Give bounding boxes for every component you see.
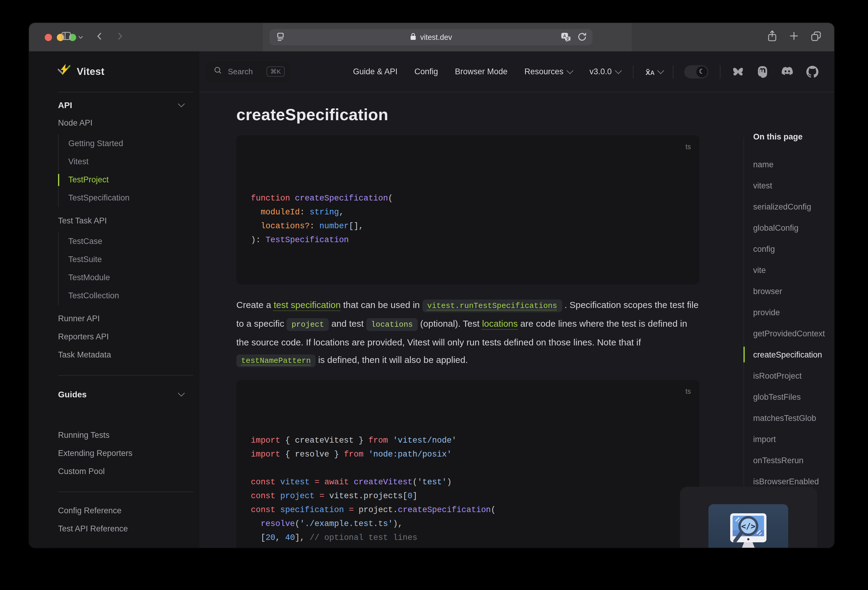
sidebar-item-testsuite[interactable]: TestSuite [68,251,184,269]
nav-link-v3-0-0[interactable]: v3.0.0 [589,67,621,76]
sidebar-item-vitest[interactable]: Vitest [68,153,184,171]
toc-item-name[interactable]: name [753,154,825,175]
nav-link-label: Browser Mode [455,67,508,76]
sidebar-item-task-metadata[interactable]: Task Metadata [58,346,184,364]
toc-item-matchestestglob[interactable]: matchesTestGlob [753,408,825,429]
reload-icon[interactable] [577,31,588,45]
nav-link-config[interactable]: Config [414,67,438,76]
code-block-example[interactable]: ts import { createVitest } from 'vitest/… [236,380,699,548]
sidebar-item-running-tests[interactable]: Running Tests [58,426,184,444]
vitest-logo-icon [57,63,71,80]
sidebar-item-testcase[interactable]: TestCase [68,232,184,251]
toc-item-globtestfiles[interactable]: globTestFiles [753,387,825,408]
mastodon-icon[interactable] [757,66,768,78]
back-button[interactable] [94,31,105,44]
sidebar-item-testcollection[interactable]: TestCollection [68,287,184,305]
inline-link-testnamepattern[interactable]: testNamePattern [236,355,316,367]
bluesky-icon[interactable] [732,66,744,77]
browser-window: vitest.dev A文 [29,23,834,548]
sidebar-item-testspecification[interactable]: TestSpecification [68,189,184,207]
chevron-down-icon [567,67,574,74]
sidebar-item-config-reference[interactable]: Config Reference [58,502,184,520]
sidebar-item-custom-pool[interactable]: Custom Pool [58,463,184,481]
sidebar-section-guides[interactable]: Guides [58,385,184,403]
sidebar-item-node-api[interactable]: Node API [58,114,184,132]
chevron-down-icon [657,67,664,74]
sidebar-toggle-icon[interactable] [61,30,72,44]
chevron-down-icon [178,390,185,397]
discord-icon[interactable] [781,66,794,77]
toc-item-import[interactable]: import [753,429,825,450]
chevron-down-icon [615,67,622,74]
sidebar-item-reporters-api[interactable]: Reporters API [58,328,184,346]
nav-links: Guide & APIConfigBrowser ModeResourcesv3… [353,67,621,76]
toc-item-serializedconfig[interactable]: serializedConfig [753,196,825,218]
inline-code-locations: locations [366,318,418,331]
moon-icon: ☾ [696,66,707,77]
search-shortcut-kbd: ⌘K [267,66,284,77]
search-input[interactable]: Search ⌘K [206,61,290,82]
sidebar-item-testmodule[interactable]: TestModule [68,269,184,287]
github-icon[interactable] [806,66,818,78]
desktop: vitest.dev A文 [0,0,868,590]
theme-toggle[interactable]: ☾ [684,65,709,78]
sidebar-subgroup: Getting StartedVitestTestProjectTestSpec… [58,135,184,207]
sidebar-item-test-task-api[interactable]: Test Task API [58,212,184,230]
nav-link-label: Config [414,67,438,76]
code-lines: import { createVitest } from 'vitest/nod… [251,434,685,548]
toc-active-indicator [743,347,744,362]
toc-item-ontestsrerun[interactable]: onTestsRerun [753,450,825,471]
sponsor-card[interactable]: </> [680,487,817,548]
top-nav: Search ⌘K Guide & APIConfigBrowser ModeR… [199,51,834,93]
sidebar-item-runner-api[interactable]: Runner API [58,310,184,328]
logo[interactable]: Vitest [29,51,199,92]
toc-item-globalconfig[interactable]: globalConfig [753,218,825,238]
nav-link-label: v3.0.0 [589,67,612,76]
toc-list: namevitestserializedConfigglobalConfigco… [753,154,825,513]
translate-icon: x̄A [645,67,655,77]
close-window-button[interactable] [45,34,52,41]
tab-overview-icon[interactable] [810,30,822,44]
code-line: ): TestSpecification [251,233,685,247]
toc-item-browser[interactable]: browser [753,281,825,302]
language-menu[interactable]: x̄A [645,67,663,77]
toc-item-vite[interactable]: vite [753,260,825,281]
toc-item-config[interactable]: config [753,238,825,260]
new-tab-icon[interactable] [788,30,800,44]
sidebar: Vitest APINode APIGetting StartedVitestT… [29,51,199,548]
forward-button[interactable] [114,31,125,44]
sidebar-menu-chevron-icon[interactable] [77,32,84,43]
code-line: const specification = project.createSpec… [251,503,685,517]
sidebar-section-api[interactable]: API [58,96,184,114]
code-line: const vitest = await createVitest('test'… [251,475,685,489]
translate-page-icon[interactable]: A文 [560,31,572,45]
nav-link-browser-mode[interactable]: Browser Mode [455,67,508,76]
inline-link-vitest-runtestspecifications[interactable]: vitest.runTestSpecifications [422,300,562,312]
nav-divider [673,65,673,78]
toc-item-createspecification[interactable]: createSpecification [753,344,825,365]
nav-divider [633,65,633,78]
sidebar-section-label: API [58,96,72,114]
nav-divider [720,65,720,78]
toc-item-vitest[interactable]: vitest [753,175,825,196]
code-block-signature[interactable]: ts function createSpecification( moduleI… [236,135,699,284]
logo-text: Vitest [77,66,105,77]
toc-item-getprovidedcontext[interactable]: getProvidedContext [753,323,825,344]
nav-link-guide-api[interactable]: Guide & API [353,67,397,76]
sidebar-item-extending-reporters[interactable]: Extending Reporters [58,444,184,463]
inline-link-test-specification[interactable]: test specification [273,300,341,310]
sidebar-item-testproject[interactable]: TestProject [68,171,184,189]
code-line: const project = vitest.projects[0] [251,489,685,503]
code-line [251,461,685,475]
code-line: ) [251,545,685,548]
nav-link-resources[interactable]: Resources [524,67,573,76]
share-icon[interactable] [766,29,778,45]
sidebar-item-getting-started[interactable]: Getting Started [68,135,184,153]
code-lines: function createSpecification( moduleId: … [251,191,685,247]
address-bar[interactable]: vitest.dev A文 [270,29,592,45]
sidebar-item-test-api-reference[interactable]: Test API Reference [58,520,184,538]
sponsor-banner: </> [709,504,788,548]
toc-item-provide[interactable]: provide [753,302,825,323]
toc-item-isrootproject[interactable]: isRootProject [753,365,825,387]
inline-link-locations[interactable]: locations [482,318,518,328]
